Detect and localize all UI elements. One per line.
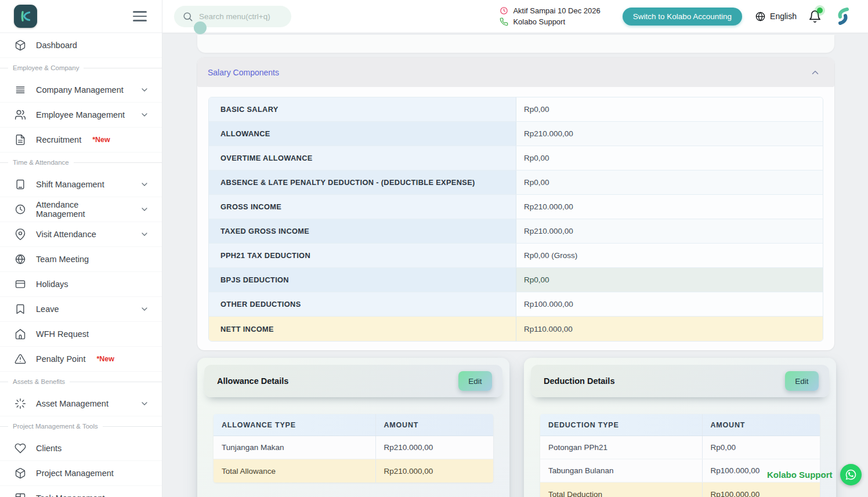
sidebar-item-leave[interactable]: Leave [0, 297, 162, 322]
active-until-text: Aktif Sampai 10 Dec 2026 [513, 6, 600, 15]
allowance-amount: Rp210.000,00 [376, 436, 493, 459]
whatsapp-support-label: Kolabo Support [767, 470, 833, 480]
edit-deduction-button[interactable]: Edit [785, 371, 819, 391]
whatsapp-support-widget[interactable]: Kolabo Support [767, 464, 862, 485]
allowance-details-card: Allowance Details Edit ALLOWANCE TYPE AM… [197, 358, 509, 497]
bpjs-deduction-value[interactable]: Rp0,00 [516, 268, 823, 292]
chevron-down-icon [140, 399, 149, 408]
whatsapp-button[interactable] [840, 464, 862, 485]
account-info-block: Aktif Sampai 10 Dec 2026 Kolabo Support [500, 6, 600, 26]
notification-dot [817, 8, 823, 13]
sidebar-item-label: WFH Request [36, 329, 89, 339]
sidebar-header [0, 0, 162, 33]
sidebar-item-label: Visit Attendance [36, 230, 96, 239]
sidebar-item-label: Holidays [36, 280, 68, 289]
notifications-button[interactable] [808, 10, 822, 23]
row-label: ABSENCE & LATE PENALTY DEDUCTION - (DEDU… [209, 170, 516, 194]
allowance-card-header: Allowance Details Edit [204, 365, 502, 397]
language-selector[interactable]: English [755, 11, 797, 22]
row-value: Rp210.000,00 [516, 122, 823, 146]
rows-icon [15, 84, 26, 96]
search-icon [182, 11, 193, 22]
sidebar-item-attendance-management[interactable]: Attendance Management [0, 197, 162, 222]
sidebar-nav: Dashboard Employee & Company Company Man… [0, 33, 162, 497]
table-row: Tunjangan Makan Rp210.000,00 [214, 436, 493, 459]
row-value: Rp110.000,00 [516, 317, 823, 341]
search-input-wrap[interactable] [174, 6, 291, 27]
row-value: Rp0,00 [516, 170, 823, 194]
sidebar-item-asset-management[interactable]: Asset Management [0, 391, 162, 416]
sidebar-section-project-tools: Project Management & Tools [0, 416, 162, 436]
table-header-row: ALLOWANCE TYPE AMOUNT [214, 414, 493, 436]
deduction-type: Tabungan Bulanan [540, 459, 703, 482]
sidebar-item-clients[interactable]: Clients [0, 436, 162, 461]
switch-accounting-button[interactable]: Switch to Kolabo Accounting [623, 8, 742, 26]
deduction-type: Potongan PPh21 [540, 436, 703, 459]
sidebar-item-dashboard[interactable]: Dashboard [0, 33, 162, 58]
kanban-icon [15, 492, 26, 497]
row-label: BASIC SALARY [209, 97, 516, 121]
sidebar-item-label: Shift Management [36, 180, 104, 189]
table-row: PPH21 TAX DEDUCTIONRp0,00 (Gross) [209, 244, 823, 268]
deduction-type: Total Deduction [540, 483, 703, 497]
globe-icon [15, 253, 26, 265]
allowance-amount: Rp210.000,00 [376, 459, 493, 483]
sidebar-item-task-management[interactable]: Task Management [0, 486, 162, 497]
scroll-indicator-dot [194, 21, 207, 34]
sidebar-item-label: Company Management [36, 85, 124, 95]
table-row: BASIC SALARYRp0,00 [209, 97, 823, 122]
map-pin-icon [15, 228, 26, 240]
column-header: DEDUCTION TYPE [540, 414, 703, 436]
chevron-down-icon [140, 205, 149, 214]
salary-components-header[interactable]: Salary Components [197, 57, 834, 87]
sidebar-item-penalty-point[interactable]: Penalty Point *New [0, 347, 162, 372]
edit-allowance-button[interactable]: Edit [458, 371, 492, 391]
sidebar-item-company-management[interactable]: Company Management [0, 78, 162, 103]
table-row: GROSS INCOMERp210.000,00 [209, 195, 823, 219]
sidebar-item-holidays[interactable]: Holidays [0, 272, 162, 297]
salary-components-title: Salary Components [208, 68, 279, 77]
row-label: OVERTIME ALLOWANCE [209, 146, 516, 170]
table-header-row: DEDUCTION TYPE AMOUNT [540, 414, 820, 436]
deduction-amount: Rp0,00 [703, 436, 820, 459]
table-row: ALLOWANCERp210.000,00 [209, 122, 823, 146]
sidebar-item-label: Leave [36, 304, 59, 314]
whatsapp-icon [845, 469, 857, 481]
chevron-down-icon [140, 304, 149, 314]
sidebar-item-employee-management[interactable]: Employee Management [0, 103, 162, 128]
row-value: Rp100.000,00 [516, 292, 823, 316]
column-header: AMOUNT [703, 414, 820, 436]
sidebar-item-recruitment[interactable]: Recruitment *New [0, 128, 162, 153]
table-row: OVERTIME ALLOWANCERp0,00 [209, 146, 823, 170]
table-row: TAXED GROSS INCOMERp210.000,00 [209, 219, 823, 244]
sidebar-item-label: Attendance Management [36, 200, 130, 219]
table-row-total: Total Allowance Rp210.000,00 [214, 459, 493, 483]
sidebar-item-visit-attendance[interactable]: Visit Attendance [0, 222, 162, 247]
search-input[interactable] [199, 12, 280, 21]
sidebar-item-label: Task Management [36, 494, 104, 497]
allowance-type: Total Allowance [214, 459, 376, 483]
row-label: BPJS DEDUCTION [209, 268, 516, 292]
sidebar-item-project-management[interactable]: Project Management [0, 461, 162, 486]
hamburger-menu-icon[interactable] [133, 11, 147, 21]
sidebar-item-label: Employee Management [36, 110, 125, 119]
heart-icon [15, 442, 26, 454]
new-badge: *New [96, 355, 114, 363]
sidebar-item-shift-management[interactable]: Shift Management [0, 172, 162, 197]
sidebar-item-team-meeting[interactable]: Team Meeting [0, 247, 162, 272]
box-icon [15, 467, 26, 479]
clock-icon [15, 204, 26, 215]
card-icon [15, 278, 26, 290]
deduction-card-header: Deduction Details Edit [531, 365, 829, 397]
sidebar-item-wfh-request[interactable]: WFH Request [0, 322, 162, 347]
sidebar-item-label: Asset Management [36, 399, 108, 408]
sidebar-section-employee-company: Employee & Company [0, 58, 162, 78]
row-label: OTHER DEDUCTIONS [209, 292, 516, 316]
chevron-down-icon [140, 180, 149, 189]
bookmark-icon [15, 303, 26, 315]
chevron-down-icon [140, 85, 149, 95]
sidebar: Dashboard Employee & Company Company Man… [0, 0, 162, 497]
column-header: AMOUNT [376, 414, 493, 436]
topbar: Aktif Sampai 10 Dec 2026 Kolabo Support … [162, 0, 868, 33]
loader-icon [15, 398, 26, 409]
